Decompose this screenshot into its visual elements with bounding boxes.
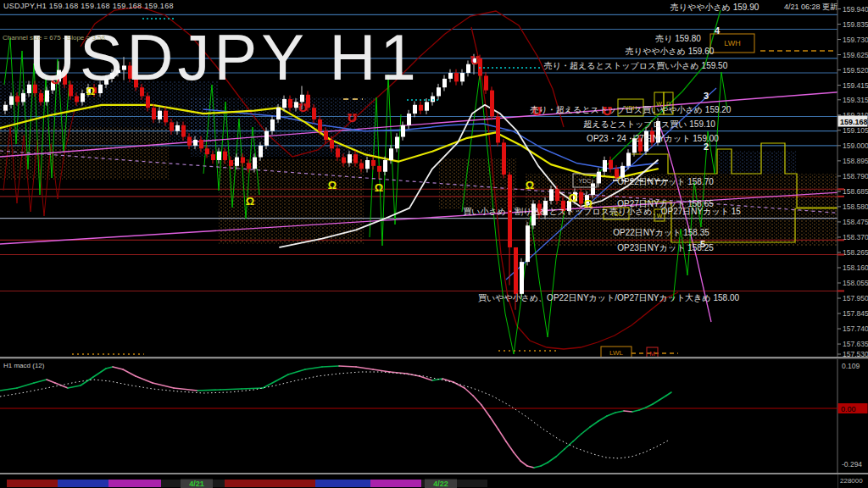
candle-body	[502, 142, 506, 175]
candle-body	[448, 73, 453, 79]
macd-segment	[198, 390, 220, 391]
swing-high-omega-icon: ℧	[298, 102, 307, 114]
candle-body	[259, 146, 263, 158]
candle-body	[330, 140, 334, 148]
candle-body	[615, 169, 619, 177]
level-annotation: 売り 159.80	[655, 34, 701, 43]
marker-box-label: YDC	[579, 178, 592, 184]
candle-body	[3, 105, 8, 111]
candle-body	[187, 137, 192, 146]
candle-body	[181, 125, 186, 137]
timeline-separator	[0, 473, 868, 474]
candle-body	[312, 108, 316, 119]
candle-body	[241, 158, 245, 164]
candle-body	[496, 117, 500, 143]
level-annotation: OP22日NYカット 158.35	[613, 228, 709, 237]
axis-tick-label: 159.415	[843, 81, 868, 90]
candle-body	[75, 96, 79, 102]
axis-tick-label: 157.740	[843, 324, 868, 333]
candle-body	[520, 262, 524, 294]
macd-segment	[339, 366, 356, 367]
candle-body	[597, 172, 601, 184]
candle-body	[371, 160, 376, 166]
axis-tick-label: 159.315	[843, 96, 868, 104]
macd-max-label: 0.109	[842, 362, 860, 370]
candle-body	[81, 93, 85, 102]
axis-tick-label: 158.790	[843, 172, 868, 180]
candle-body	[211, 154, 215, 160]
session-segment	[7, 480, 58, 487]
candle-body	[348, 154, 352, 163]
symbol-ohlc-readout: USDJPY,H1 159.168 159.168 159.168 159.16…	[3, 2, 174, 10]
candle-body	[359, 163, 364, 169]
candle-body	[193, 140, 198, 146]
candle-body	[217, 152, 221, 160]
candle-body	[413, 105, 417, 114]
candle-body	[579, 192, 583, 204]
level-annotation: OP23日NYカット 158.25	[617, 243, 714, 252]
candle-body	[626, 152, 631, 165]
candle-body	[170, 122, 174, 130]
axis-tick-label: 158.160	[843, 263, 868, 272]
swing-high-omega-icon: ℧	[347, 112, 356, 125]
macd-segment	[624, 411, 632, 412]
macd-indicator-label: H1 macd (12)	[3, 362, 44, 369]
candle-body	[253, 158, 257, 169]
candle-body	[377, 166, 381, 172]
candle-body	[164, 111, 168, 123]
macd-segment	[220, 389, 242, 390]
candle-body	[353, 154, 358, 163]
candle-body	[205, 148, 209, 154]
swing-low-omega-icon: Ω	[246, 195, 254, 208]
session-segment	[370, 480, 421, 487]
axis-tick-label: 159.105	[843, 126, 868, 135]
candle-body	[419, 105, 423, 111]
axis-tick-label: 158.055	[843, 279, 868, 287]
marker-box-label: M	[649, 350, 655, 358]
candle-body	[620, 166, 625, 178]
candle-body	[591, 183, 595, 195]
level-annotation: 売り・超えるとストップロス買い小さめ 159.50	[544, 61, 728, 70]
candle-body	[365, 160, 370, 169]
swing-low-omega-icon: Ω	[328, 179, 337, 191]
session-segment	[58, 480, 108, 487]
level-annotation: 売りやや小さめ 159.90	[670, 3, 760, 12]
candle-body	[407, 114, 411, 125]
timeline-date-label: 4/21	[189, 480, 204, 488]
marker-box-label: LWH	[724, 39, 740, 47]
volume-scale-label: 228000	[840, 477, 863, 485]
candle-body	[264, 131, 269, 146]
axis-tick-label: 158.580	[843, 202, 868, 211]
candle-body	[395, 137, 399, 149]
session-segment	[108, 480, 161, 487]
candle-body	[288, 99, 292, 108]
candle-body	[235, 158, 239, 166]
axis-tick-label: 157.845	[843, 309, 868, 318]
axis-tick-label: 158.265	[843, 248, 868, 257]
candle-body	[484, 75, 488, 90]
axis-tick-label: 159.625	[843, 51, 868, 59]
candle-body	[490, 91, 494, 117]
level-annotation: OP22日NYカット 158.70	[617, 177, 714, 186]
level-annotation: 超えるとストップロス買い 159.10	[583, 119, 715, 129]
candle-body	[431, 96, 435, 102]
candle-body	[454, 73, 459, 81]
candle-body	[175, 125, 180, 131]
axis-tick-label: 159.730	[843, 36, 868, 44]
pivot-number-label: 4	[715, 25, 721, 36]
candle-body	[229, 160, 233, 166]
axis-tick-label: 158.475	[843, 218, 868, 226]
mt4-chart-window: ΩΩΩΩΩΩΩ℧℧℧℧℧℧LWHYDHWDYDCYDLWLWLM4325売りやや…	[0, 0, 868, 488]
channel-indicator-label: Channel size = 675 - Slope = 3.58	[3, 34, 105, 42]
candle-body	[526, 225, 530, 262]
last-updated-label: 4/21 06:28 更新	[784, 2, 837, 13]
candle-body	[425, 102, 429, 110]
candle-body	[282, 99, 287, 108]
candle-body	[336, 148, 340, 157]
axis-tick-label: 159.000	[843, 141, 868, 150]
candle-body	[270, 119, 275, 131]
candle-body	[555, 189, 559, 201]
axis-tick-label: 158.685	[843, 187, 868, 196]
candle-body	[21, 93, 25, 102]
swing-low-omega-icon: Ω	[526, 179, 534, 191]
